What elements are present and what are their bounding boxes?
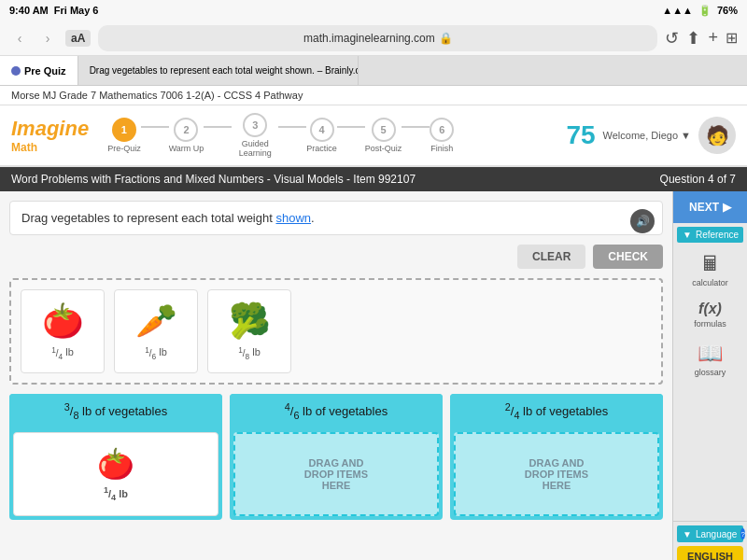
instruction-text: Drag vegetables to represent each total … (21, 211, 273, 225)
step-circle-1: 1 (112, 118, 136, 142)
drag-item-carrot[interactable]: 🥕 1/6 lb (114, 289, 198, 373)
tomato-icon: 🍅 (42, 301, 84, 341)
reference-icon: ▼ (683, 230, 692, 240)
reference-section: ▼ Reference 🖩 calculator f(x) formulas 📖… (673, 223, 747, 388)
main-content: Drag vegetables to represent each total … (0, 191, 747, 560)
status-time: 9:40 AM (9, 5, 49, 16)
drop-zone-1-header: 3/8 lb of vegetables (9, 394, 222, 428)
language-toggle[interactable]: ▼ Language ? (677, 525, 743, 542)
sidebar: NEXT ▶ ▼ Reference 🖩 calculator f(x) for… (672, 191, 747, 560)
battery-icon: 🔋 (698, 5, 712, 17)
reference-toggle[interactable]: ▼ Reference (677, 227, 743, 243)
step-prequiz[interactable]: 1 Pre-Quiz (107, 118, 141, 153)
connector-5-6 (402, 126, 430, 128)
step-label-1: Pre-Quiz (107, 144, 141, 153)
drag-item-tomato[interactable]: 🍅 1/4 lb (21, 289, 105, 373)
url-text: math.imaginelearning.com (303, 32, 435, 45)
drop-zone-3-body[interactable]: DRAG ANDDROP ITEMSHERE (454, 432, 659, 516)
forward-button[interactable]: › (37, 28, 58, 49)
instruction-box: Drag vegetables to represent each total … (9, 201, 663, 235)
step-label-2: Warm Up (169, 144, 204, 153)
step-circle-6: 6 (430, 118, 454, 142)
step-warmup[interactable]: 2 Warm Up (169, 118, 204, 153)
tab-pre-quiz[interactable]: Pre Quiz (0, 56, 78, 85)
status-day: Fri May 6 (54, 5, 99, 16)
url-bar[interactable]: math.imaginelearning.com 🔒 (98, 25, 657, 51)
drop-zone-2-header: 4/6 lb of vegetables (230, 394, 443, 428)
clear-button[interactable]: CLEAR (517, 245, 585, 269)
formulas-icon: f(x) (698, 301, 722, 317)
english-button[interactable]: ENGLISH (677, 546, 743, 560)
tab-brainly[interactable]: Drag vegetables to represent each total … (78, 56, 359, 85)
next-button[interactable]: NEXT ▶ (673, 191, 747, 223)
share-button[interactable]: ⬆ (686, 28, 700, 49)
drop-zone-2-body[interactable]: DRAG ANDDROP ITEMSHERE (233, 432, 439, 516)
drop-zone-2[interactable]: 4/6 lb of vegetables DRAG ANDDROP ITEMSH… (230, 394, 443, 520)
audio-button[interactable]: 🔊 (630, 209, 655, 233)
battery-level: 76% (717, 5, 738, 16)
language-label: Language (696, 529, 738, 539)
status-bar: 9:40 AM Fri May 6 ▲▲▲ 🔋 76% (0, 0, 747, 21)
step-finish[interactable]: 6 Finish (430, 118, 454, 153)
score-area: 75 Welcome, Diego ▼ 🧑 (566, 117, 736, 154)
connector-2-3 (204, 126, 232, 128)
drag-item-broccoli[interactable]: 🥦 1/8 lb (207, 289, 291, 373)
calculator-button[interactable]: 🖩 calculator (677, 246, 743, 293)
step-circle-4: 4 (310, 118, 334, 142)
carrot-icon: 🥕 (135, 301, 177, 341)
progress-steps: 1 Pre-Quiz 2 Warm Up 3 Guided Learning 4… (107, 113, 566, 158)
content-area: Drag vegetables to represent each total … (0, 191, 672, 560)
language-info-icon: ? (740, 528, 744, 539)
question-header: Word Problems with Fractions and Mixed N… (0, 167, 747, 191)
tomato-label: 1/4 lb (51, 344, 74, 360)
formulas-button[interactable]: f(x) formulas (677, 295, 743, 334)
connector-3-4 (278, 126, 306, 128)
drop-zone-3-header: 2/4 lb of vegetables (450, 394, 663, 428)
reference-label: Reference (696, 230, 739, 240)
logo-imagine: Imagine (11, 117, 89, 141)
step-practice[interactable]: 4 Practice (306, 118, 337, 153)
tabs-button[interactable]: ⊞ (726, 29, 738, 47)
score-value: 75 (566, 120, 595, 150)
tab-label-prequiz: Pre Quiz (24, 65, 66, 77)
drop-zone-1-body[interactable]: 🍅 1/4 lb (13, 432, 218, 516)
calculator-label: calculator (692, 278, 728, 287)
instruction-link[interactable]: shown (275, 211, 311, 225)
back-button[interactable]: ‹ (9, 28, 30, 49)
step-label-4: Practice (306, 144, 337, 153)
text-size-button[interactable]: aA (65, 30, 91, 47)
glossary-label: glossary (695, 368, 726, 377)
step-circle-3: 3 (243, 113, 267, 137)
drop-zones: 3/8 lb of vegetables 🍅 1/4 lb 4/6 lb of … (9, 394, 663, 520)
drop-zone-3[interactable]: 2/4 lb of vegetables DRAG ANDDROP ITEMSH… (450, 394, 663, 520)
browser-tabs: Pre Quiz Drag vegetables to represent ea… (0, 56, 747, 86)
action-buttons: CLEAR CHECK (9, 245, 663, 269)
check-button[interactable]: CHECK (593, 245, 663, 269)
carrot-label: 1/6 lb (145, 344, 167, 360)
placed-tomato-icon: 🍅 (97, 446, 134, 482)
glossary-icon: 📖 (698, 342, 723, 366)
app-header: Imagine Math 1 Pre-Quiz 2 Warm Up 3 Guid… (0, 105, 747, 167)
step-guided[interactable]: 3 Guided Learning (232, 113, 278, 158)
new-tab-button[interactable]: + (708, 28, 718, 48)
avatar: 🧑 (698, 117, 736, 154)
tab-label-brainly: Drag vegetables to represent each total … (90, 65, 359, 76)
step-circle-2: 2 (174, 118, 198, 142)
step-label-5: Post-Quiz (365, 144, 402, 153)
reload-button[interactable]: ↺ (665, 28, 679, 49)
next-label: NEXT (689, 201, 719, 214)
connector-4-5 (337, 126, 365, 128)
step-circle-5: 5 (372, 118, 396, 142)
calculator-icon: 🖩 (700, 252, 721, 276)
logo-math: Math (11, 141, 89, 154)
broccoli-icon: 🥦 (229, 301, 271, 341)
logo: Imagine Math (11, 117, 89, 154)
placed-tomato-label: 1/4 lb (104, 485, 128, 502)
step-label-6: Finish (430, 144, 453, 153)
language-section: ▼ Language ? ENGLISH (673, 521, 747, 560)
broccoli-label: 1/8 lb (238, 344, 261, 360)
glossary-button[interactable]: 📖 glossary (677, 336, 743, 383)
breadcrumb: Morse MJ Grade 7 Mathematics 7006 1-2(A)… (0, 86, 747, 105)
step-postquiz[interactable]: 5 Post-Quiz (365, 118, 402, 153)
drop-zone-1[interactable]: 3/8 lb of vegetables 🍅 1/4 lb (9, 394, 222, 520)
